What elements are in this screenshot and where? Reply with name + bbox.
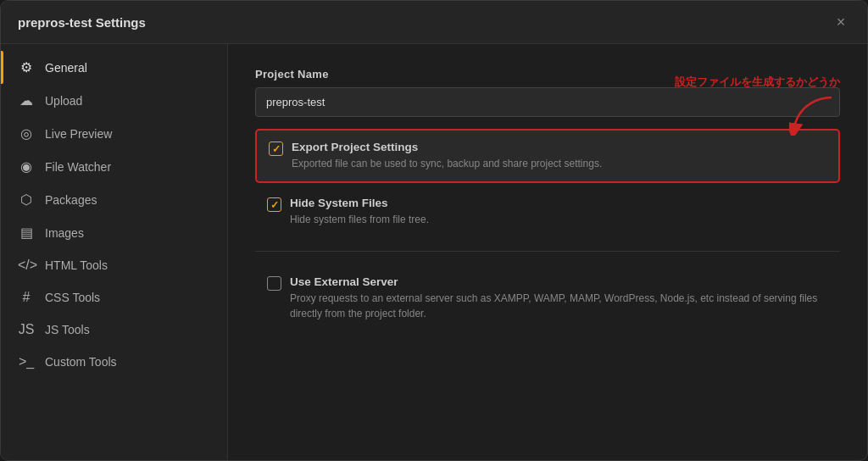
hide-system-files-checkbox-wrapper: [267, 197, 281, 212]
annotation-text: 設定ファイルを生成するかどうか: [675, 75, 840, 90]
custom-tools-icon: >_: [18, 354, 35, 369]
sidebar-item-general[interactable]: ⚙General: [1, 51, 227, 84]
export-settings-checkbox-wrapper: [269, 142, 283, 156]
file-watcher-icon: ◉: [18, 158, 35, 175]
export-settings-title: Export Project Settings: [292, 141, 826, 153]
external-server-title: Use External Server: [290, 275, 828, 288]
external-server-desc: Proxy requests to an external server suc…: [290, 291, 828, 321]
live-preview-icon: ◎: [18, 125, 35, 142]
sidebar-item-upload[interactable]: ☁Upload: [1, 84, 227, 117]
option-hide-system-files-row: Hide System Files Hide system files from…: [255, 186, 840, 237]
export-settings-text: Export Project Settings Exported file ca…: [292, 141, 826, 171]
custom-tools-label: Custom Tools: [45, 355, 117, 369]
close-button[interactable]: ×: [832, 13, 850, 31]
images-label: Images: [45, 226, 84, 240]
upload-label: Upload: [45, 94, 82, 108]
packages-icon: ⬡: [18, 192, 35, 208]
hide-system-files-desc: Hide system files from file tree.: [290, 212, 828, 227]
hide-system-files-title: Hide System Files: [290, 197, 828, 209]
external-server-checkbox[interactable]: [267, 276, 281, 291]
titlebar: prepros-test Settings ×: [1, 1, 867, 44]
js-tools-label: JS Tools: [45, 323, 90, 336]
option-external-server-row: Use External Server Proxy requests to an…: [255, 265, 840, 331]
sidebar-item-packages[interactable]: ⬡Packages: [1, 183, 227, 216]
sidebar-item-live-preview[interactable]: ◎Live Preview: [1, 117, 227, 150]
sidebar-item-css-tools[interactable]: #CSS Tools: [1, 281, 227, 314]
export-settings-desc: Exported file can be used to sync, backu…: [292, 156, 826, 171]
live-preview-label: Live Preview: [45, 127, 112, 141]
sidebar-item-file-watcher[interactable]: ◉File Watcher: [1, 150, 227, 183]
general-label: General: [45, 61, 87, 75]
settings-window: prepros-test Settings × ⚙General☁Upload◎…: [0, 0, 868, 461]
window-title: prepros-test Settings: [18, 15, 146, 30]
external-server-option[interactable]: Use External Server Proxy requests to an…: [255, 265, 840, 331]
section-divider: [255, 251, 840, 252]
sidebar-item-custom-tools[interactable]: >_Custom Tools: [1, 346, 227, 378]
content-area: ⚙General☁Upload◎Live Preview◉File Watche…: [1, 44, 867, 460]
external-server-checkbox-wrapper: [267, 276, 281, 291]
sidebar: ⚙General☁Upload◎Live Preview◉File Watche…: [1, 44, 228, 460]
annotation: 設定ファイルを生成するかどうか: [675, 75, 840, 136]
sidebar-item-html-tools[interactable]: </>HTML Tools: [1, 249, 227, 281]
upload-icon: ☁: [18, 92, 35, 108]
hide-system-files-text: Hide System Files Hide system files from…: [290, 197, 828, 227]
file-watcher-label: File Watcher: [45, 160, 111, 174]
js-tools-icon: JS: [18, 322, 35, 337]
packages-label: Packages: [45, 193, 97, 207]
annotation-arrow-svg: [789, 93, 840, 136]
html-tools-icon: </>: [18, 258, 35, 273]
sidebar-item-js-tools[interactable]: JSJS Tools: [1, 314, 227, 346]
css-tools-label: CSS Tools: [45, 291, 100, 304]
css-tools-icon: #: [18, 290, 35, 305]
hide-system-files-checkbox[interactable]: [267, 197, 281, 212]
sidebar-item-images[interactable]: ▤Images: [1, 216, 227, 249]
images-icon: ▤: [18, 225, 35, 241]
hide-system-files-option[interactable]: Hide System Files Hide system files from…: [255, 186, 840, 237]
external-server-text: Use External Server Proxy requests to an…: [290, 275, 828, 321]
general-icon: ⚙: [18, 59, 35, 75]
export-settings-checkbox[interactable]: [269, 142, 283, 156]
main-panel: 設定ファイルを生成するかどうか Project Name: [228, 44, 867, 460]
html-tools-label: HTML Tools: [45, 258, 108, 272]
export-settings-option[interactable]: Export Project Settings Exported file ca…: [255, 129, 840, 183]
option-export-settings-row: Export Project Settings Exported file ca…: [255, 129, 840, 183]
